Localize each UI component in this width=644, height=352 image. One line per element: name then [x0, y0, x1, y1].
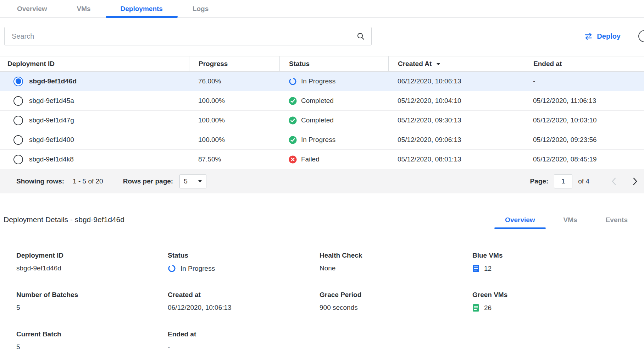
status-cell: In Progress: [279, 77, 388, 86]
sort-desc-icon[interactable]: [436, 62, 441, 66]
rows-per-page-value: 5: [184, 177, 188, 185]
col-created-at[interactable]: Created At: [388, 56, 524, 71]
field-current-batch: Current Batch 5: [16, 330, 168, 351]
status-label: Completed: [301, 97, 334, 105]
page-controls: Page: of 4: [530, 174, 638, 188]
completed-check-icon: [289, 136, 297, 144]
page-label: Page:: [530, 177, 549, 185]
deployment-id: sbgd-9ef1d4k8: [29, 155, 74, 163]
tab-deployments[interactable]: Deployments: [106, 0, 178, 17]
field-ended-at: Ended at -: [168, 330, 320, 351]
progress-value: 100.00%: [189, 136, 279, 144]
rows-per-page-select[interactable]: 5: [179, 174, 206, 188]
deployments-page: Overview VMs Deployments Logs Deploy Dep…: [0, 0, 644, 351]
toolbar: Deploy: [4, 27, 644, 45]
main-tab-bar: Overview VMs Deployments Logs: [0, 0, 644, 18]
chevron-down-icon: [198, 180, 202, 183]
details-tab-events[interactable]: Events: [595, 212, 638, 229]
field-deployment-id: Deployment ID sbgd-9ef1d46d: [16, 252, 168, 273]
tab-logs[interactable]: Logs: [178, 0, 223, 17]
ended-at-value: -: [524, 77, 644, 85]
row-radio[interactable]: [13, 155, 23, 164]
created-at-value: 06/12/2020, 10:06:13: [388, 77, 524, 85]
rows-per-page-label: Rows per page:: [123, 177, 173, 185]
col-progress: Progress: [189, 56, 279, 71]
deployment-id: sbgd-9ef1d45a: [29, 97, 74, 105]
green-vm-icon: [472, 304, 479, 312]
search-icon[interactable]: [356, 32, 365, 40]
deploy-button-label: Deploy: [597, 32, 621, 40]
deployment-id: sbgd-9ef1d400: [29, 136, 74, 144]
in-progress-spinner-icon: [289, 77, 297, 86]
deployments-table: Deployment ID Progress Status Created At…: [0, 56, 644, 193]
status-cell: Failed: [279, 155, 388, 164]
blue-vm-icon: [472, 264, 479, 273]
in-progress-spinner-icon: [168, 264, 176, 273]
field-number-of-batches: Number of Batches 5: [16, 291, 168, 312]
field-blue-vms: Blue VMs 12: [472, 252, 644, 273]
search-input[interactable]: [11, 32, 356, 41]
row-radio[interactable]: [13, 116, 23, 125]
field-created-at: Created at 06/12/2020, 10:06:13: [168, 291, 320, 312]
col-status: Status: [279, 56, 388, 71]
details-tab-bar: Overview VMs Events: [491, 212, 642, 229]
ended-at-value: 05/12/2020, 11:06:13: [524, 97, 644, 105]
ended-at-value: 05/12/2020, 09:23:56: [524, 136, 644, 144]
row-radio-selected[interactable]: [13, 77, 23, 86]
status-label: Completed: [301, 116, 334, 124]
ended-at-value: 05/12/2020, 10:03:10: [524, 116, 644, 124]
deploy-button[interactable]: Deploy: [582, 32, 623, 41]
page-total: of 4: [578, 177, 589, 185]
details-tab-overview[interactable]: Overview: [494, 212, 546, 229]
page-input[interactable]: [554, 174, 572, 188]
prev-page-chevron-icon[interactable]: [611, 177, 616, 185]
showing-rows-value: 1 - 5 of 20: [73, 177, 103, 185]
search-box[interactable]: [4, 27, 372, 45]
created-at-value: 05/12/2020, 09:30:13: [388, 116, 524, 124]
details-tab-vms[interactable]: VMs: [553, 212, 588, 229]
field-grace-period: Grace Period 900 seconds: [320, 291, 472, 312]
col-ended-at: Ended at: [524, 56, 644, 71]
status-label: In Progress: [301, 77, 335, 85]
tab-overview[interactable]: Overview: [2, 0, 62, 17]
status-label: In Progress: [301, 136, 335, 144]
completed-check-icon: [289, 97, 297, 105]
next-page-chevron-icon[interactable]: [633, 177, 638, 185]
tab-vms[interactable]: VMs: [62, 0, 106, 17]
status-cell: Completed: [279, 97, 388, 105]
history-icon[interactable]: [638, 30, 644, 42]
deployment-details: Deployment Details - sbgd-9ef1d46d Overv…: [0, 210, 644, 351]
deployment-id: sbgd-9ef1d46d: [29, 77, 77, 85]
status-cell: Completed: [279, 116, 388, 125]
field-status: Status In Progress: [168, 252, 320, 273]
status-cell: In Progress: [279, 136, 388, 144]
created-at-value: 05/12/2020, 10:04:10: [388, 97, 524, 105]
progress-value: 76.00%: [189, 77, 279, 85]
failed-x-icon: [289, 155, 297, 164]
deployment-row[interactable]: sbgd-9ef1d47g 100.00% Completed 05/12/20…: [0, 111, 644, 130]
deployment-id: sbgd-9ef1d47g: [29, 116, 74, 124]
swap-horizontal-icon: [584, 33, 593, 40]
field-health-check: Health Check None: [320, 252, 472, 273]
progress-value: 100.00%: [189, 97, 279, 105]
table-header: Deployment ID Progress Status Created At…: [0, 56, 644, 72]
row-radio[interactable]: [13, 135, 23, 145]
deployment-row[interactable]: sbgd-9ef1d400 100.00% In Progress 05/12/…: [0, 130, 644, 150]
ended-at-value: 05/12/2020, 08:45:19: [524, 155, 644, 163]
showing-rows-label: Showing rows:: [16, 177, 64, 185]
field-green-vms: Green VMs 26: [472, 291, 644, 312]
deployment-row[interactable]: sbgd-9ef1d45a 100.00% Completed 05/12/20…: [0, 91, 644, 111]
created-at-value: 05/12/2020, 08:01:13: [388, 155, 524, 163]
details-title: Deployment Details - sbgd-9ef1d46d: [4, 215, 124, 229]
status-label: Failed: [301, 155, 320, 163]
table-pagination: Showing rows: 1 - 5 of 20 Rows per page:…: [0, 169, 644, 193]
deployment-row[interactable]: sbgd-9ef1d4k8 87.50% Failed 05/12/2020, …: [0, 150, 644, 169]
progress-value: 87.50%: [189, 155, 279, 163]
created-at-value: 05/12/2020, 09:06:13: [388, 136, 524, 144]
deployment-row[interactable]: sbgd-9ef1d46d 76.00% In Progress 06/12/2…: [0, 72, 644, 91]
row-radio[interactable]: [13, 96, 23, 106]
col-deployment-id: Deployment ID: [0, 56, 189, 71]
progress-value: 100.00%: [189, 116, 279, 124]
completed-check-icon: [289, 116, 297, 125]
details-grid: Deployment ID sbgd-9ef1d46d Status In Pr…: [0, 252, 644, 351]
